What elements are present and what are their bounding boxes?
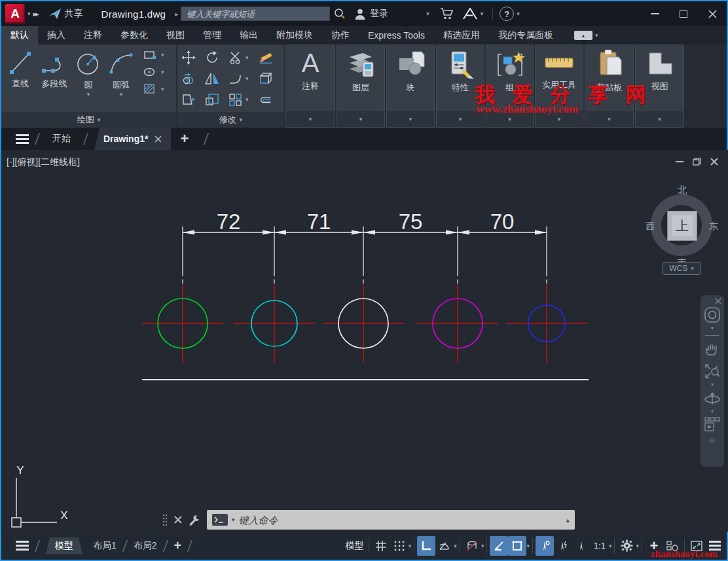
command-line[interactable]: ▾ ▴ bbox=[156, 509, 575, 530]
close-button[interactable] bbox=[698, 4, 727, 24]
view-panel-expand[interactable]: ▾ bbox=[636, 111, 683, 127]
stretch-button[interactable] bbox=[181, 93, 196, 106]
ellipse-dropdown-icon[interactable]: ▾ bbox=[161, 69, 164, 75]
ribbon-tab-express-tools[interactable]: Express Tools bbox=[359, 26, 434, 45]
array-dropdown-icon[interactable]: ▾ bbox=[246, 96, 249, 103]
isolate-objects-button[interactable] bbox=[663, 536, 682, 556]
annotation-scale-button[interactable] bbox=[572, 536, 591, 556]
workspace-dropdown-icon[interactable]: ▾ bbox=[636, 543, 639, 549]
command-recent-icon[interactable]: ▾ bbox=[232, 516, 235, 523]
drawing-canvas[interactable]: [-][俯视][二维线框] 北 西 东 南 上 WCS ▾ bbox=[3, 150, 728, 532]
command-input-field[interactable]: ▾ ▴ bbox=[207, 510, 575, 530]
autodesk-caret-icon[interactable]: ▾ bbox=[481, 10, 484, 17]
maximize-button[interactable] bbox=[669, 4, 698, 24]
file-tab-menu-icon[interactable] bbox=[16, 134, 29, 144]
circle-dropdown-icon[interactable]: ▾ bbox=[87, 91, 90, 98]
ribbon-tab-my-panel[interactable]: 我的专属面板 bbox=[489, 26, 562, 45]
new-tab-button[interactable]: + bbox=[180, 130, 189, 147]
autodesk-logo-icon[interactable] bbox=[462, 6, 478, 22]
array-button[interactable] bbox=[228, 93, 243, 106]
share-icon[interactable] bbox=[48, 6, 62, 22]
move-button[interactable] bbox=[181, 51, 196, 64]
explode-button[interactable] bbox=[259, 72, 273, 85]
layers-panel-expand[interactable]: ▾ bbox=[337, 111, 384, 127]
ribbon-tab-manage[interactable]: 管理 bbox=[194, 26, 230, 45]
offset-button[interactable] bbox=[259, 93, 273, 106]
start-tab[interactable]: 开始 bbox=[52, 133, 71, 145]
trim-dropdown-icon[interactable]: ▾ bbox=[246, 54, 249, 61]
polar-dropdown-icon[interactable]: ▾ bbox=[454, 543, 457, 549]
annotate-panel-expand[interactable]: ▾ bbox=[286, 111, 335, 127]
arc-dropdown-icon[interactable]: ▾ bbox=[120, 91, 123, 98]
fillet-button[interactable] bbox=[228, 72, 243, 85]
fillet-dropdown-icon[interactable]: ▾ bbox=[246, 75, 249, 82]
drawing1-tab[interactable]: Drawing1* bbox=[94, 128, 171, 150]
object-snap-toggle[interactable] bbox=[508, 536, 526, 556]
view-panel-button[interactable]: 视图 ▾ bbox=[635, 45, 684, 128]
minimize-button[interactable] bbox=[640, 4, 669, 24]
signin-caret-icon[interactable]: ▾ bbox=[426, 10, 429, 17]
polar-tracking-toggle[interactable] bbox=[435, 536, 454, 556]
scale-button[interactable] bbox=[205, 93, 219, 106]
isodraft-dropdown-icon[interactable]: ▾ bbox=[481, 543, 484, 549]
osnap-dropdown-icon[interactable]: ▾ bbox=[526, 543, 530, 549]
isodraft-toggle[interactable] bbox=[463, 536, 481, 556]
rectangle-button[interactable] bbox=[143, 48, 157, 62]
utilities-panel-expand[interactable]: ▾ bbox=[536, 111, 583, 127]
properties-panel-expand[interactable]: ▾ bbox=[437, 111, 484, 127]
layers-panel-button[interactable]: 图层 ▾ bbox=[337, 45, 385, 128]
app-menu-caret-icon[interactable]: ▾ bbox=[27, 10, 31, 17]
groups-panel-expand[interactable]: ▾ bbox=[486, 111, 533, 127]
ribbon-tab-addins[interactable]: 附加模块 bbox=[267, 26, 322, 45]
customize-wrench-icon[interactable] bbox=[189, 514, 200, 526]
ribbon-tab-view[interactable]: 视图 bbox=[157, 26, 194, 45]
annotate-panel-button[interactable]: A 注释 ▾ bbox=[285, 45, 335, 128]
circle-button[interactable]: 圆 ▾ bbox=[72, 46, 105, 98]
arc-button[interactable]: 圆弧 ▾ bbox=[105, 46, 137, 98]
command-dock-handle[interactable] bbox=[156, 509, 207, 530]
erase-button[interactable] bbox=[259, 51, 273, 64]
block-panel-expand[interactable]: ▾ bbox=[387, 111, 434, 127]
trim-button[interactable] bbox=[228, 51, 243, 64]
properties-panel-button[interactable]: 特性 ▾ bbox=[436, 45, 484, 128]
annotation-visibility-toggle[interactable] bbox=[536, 536, 554, 556]
command-prompt-icon[interactable] bbox=[212, 514, 228, 526]
grid-toggle[interactable] bbox=[372, 536, 390, 556]
layout-menu-icon[interactable] bbox=[16, 541, 29, 551]
workspace-gear-icon[interactable] bbox=[617, 536, 636, 556]
annotation-scale-value[interactable]: 1:1 bbox=[591, 536, 609, 556]
app-menu-button[interactable]: A bbox=[5, 4, 25, 24]
rotate-button[interactable] bbox=[205, 51, 219, 64]
clipboard-panel-expand[interactable]: ▾ bbox=[585, 111, 633, 127]
clipboard-panel-button[interactable]: 剪贴板 ▾ bbox=[585, 45, 634, 128]
cart-icon[interactable] bbox=[440, 6, 454, 22]
copy-button[interactable] bbox=[181, 72, 196, 85]
ribbon-tab-insert[interactable]: 插入 bbox=[38, 26, 75, 45]
snap-toggle[interactable] bbox=[390, 536, 409, 556]
annotation-autoscale-toggle[interactable] bbox=[554, 536, 572, 556]
search-input[interactable] bbox=[181, 7, 330, 21]
ribbon-tab-default[interactable]: 默认 bbox=[1, 26, 38, 45]
new-layout-button[interactable]: + bbox=[174, 538, 182, 553]
share-label[interactable]: 共享 bbox=[65, 8, 83, 20]
model-layout-tab[interactable]: 模型 bbox=[46, 537, 82, 554]
ribbon-collapse-button[interactable]: ▴ ▾ bbox=[574, 26, 601, 45]
rectangle-dropdown-icon[interactable]: ▾ bbox=[161, 52, 164, 58]
command-expand-icon[interactable]: ▴ bbox=[566, 516, 570, 524]
ribbon-tab-parametric[interactable]: 参数化 bbox=[111, 26, 157, 45]
search-icon[interactable] bbox=[334, 6, 346, 22]
hatch-dropdown-icon[interactable]: ▾ bbox=[161, 86, 164, 92]
command-input[interactable] bbox=[239, 515, 562, 526]
snap-dropdown-icon[interactable]: ▾ bbox=[409, 543, 412, 549]
model-space-toggle[interactable]: 模型 bbox=[344, 536, 366, 556]
ellipse-button[interactable] bbox=[143, 65, 157, 79]
signin-label[interactable]: 登录 bbox=[370, 8, 388, 20]
ribbon-tab-annotate[interactable]: 注释 bbox=[75, 26, 111, 45]
scale-dropdown-icon[interactable]: ▾ bbox=[609, 543, 612, 549]
customization-plus-button[interactable]: + bbox=[645, 536, 663, 556]
close-tab-icon[interactable] bbox=[155, 136, 162, 143]
quick-access-expand-icon[interactable]: ▸▸ bbox=[33, 6, 38, 22]
title-flyout-icon[interactable]: ▸ bbox=[175, 10, 178, 18]
object-snap-tracking-toggle[interactable] bbox=[490, 536, 508, 556]
help-caret-icon[interactable]: ▾ bbox=[517, 10, 520, 17]
